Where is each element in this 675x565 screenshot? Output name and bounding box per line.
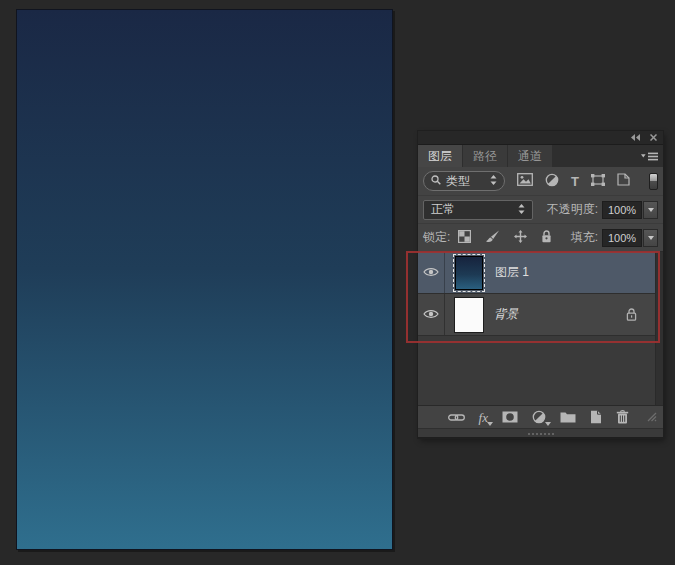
tab-channels[interactable]: 通道 [508,145,552,167]
layer-row-background[interactable]: 背景 [418,294,655,336]
chevron-down-icon [487,422,493,426]
panel-controls: 类型 T [418,167,663,251]
new-group-icon[interactable] [560,411,576,423]
visibility-toggle[interactable] [418,294,445,335]
type-layer-filter-icon[interactable]: T [571,174,579,189]
lock-position-icon[interactable] [514,230,527,246]
new-layer-icon[interactable] [590,410,602,424]
layer-locked-icon [626,308,637,321]
lock-icon-group [458,230,552,246]
opacity-value-field[interactable]: 100% [602,201,642,219]
filter-kind-select[interactable]: 类型 [423,171,505,191]
visibility-toggle[interactable] [418,252,445,293]
add-layer-mask-icon[interactable] [502,411,518,423]
select-updown-icon [518,203,525,217]
lock-row: 锁定: 填充: 100% [418,223,663,251]
chevron-down-icon [648,208,654,212]
drag-grip-icon [528,433,554,435]
eye-icon [423,266,439,280]
layer-row-layer1[interactable]: 图层 1 [418,252,655,294]
layers-list: 图层 1 背景 [418,251,663,405]
panel-menu-icon[interactable] [636,145,663,167]
blend-mode-select[interactable]: 正常 [423,200,533,220]
layer-thumbnail-selection [453,254,485,292]
tab-paths[interactable]: 路径 [463,145,507,167]
filter-kind-label: 类型 [446,173,470,190]
filter-row: 类型 T [418,167,663,195]
panel-resize-grip-icon[interactable] [647,412,657,422]
blend-mode-value: 正常 [431,201,455,218]
document-canvas[interactable] [16,9,393,550]
panel-resize-bar[interactable] [418,428,663,438]
link-layers-icon[interactable] [448,413,465,422]
new-adjustment-layer-icon[interactable] [532,410,546,424]
panel-bottom-toolbar: fx [418,405,663,428]
shape-layer-filter-icon[interactable] [591,174,605,189]
filter-toggle-switch[interactable] [649,173,658,190]
pixel-layer-filter-icon[interactable] [517,173,533,189]
lock-all-icon[interactable] [541,230,552,246]
panel-header [418,131,663,145]
photoshop-workspace: 图层 路径 通道 类型 [0,0,675,565]
lock-image-pixels-icon[interactable] [485,230,500,246]
filter-icon-group: T [517,173,630,190]
opacity-dropdown-button[interactable] [643,201,658,219]
fill-label: 填充: [571,229,598,246]
eye-icon [423,308,439,322]
layer-name[interactable]: 背景 [494,306,518,323]
tab-layers[interactable]: 图层 [418,145,462,167]
layer-name[interactable]: 图层 1 [495,264,529,281]
close-panel-icon[interactable] [650,134,657,141]
opacity-label: 不透明度: [547,201,598,218]
layer1-thumbnail[interactable] [455,256,483,290]
lock-transparent-pixels-icon[interactable] [458,230,471,246]
fill-dropdown-button[interactable] [643,229,658,247]
layer-style-fx-icon[interactable]: fx [479,411,488,424]
select-updown-icon [490,174,497,188]
fill-value-field[interactable]: 100% [602,229,642,247]
collapse-panel-icon[interactable] [631,134,641,141]
smart-object-filter-icon[interactable] [617,173,630,189]
chevron-down-icon [648,236,654,240]
search-icon [431,174,441,188]
panel-tab-bar: 图层 路径 通道 [418,145,663,167]
layers-scrollbar[interactable] [655,252,663,405]
adjustment-layer-filter-icon[interactable] [545,173,559,190]
lock-label: 锁定: [423,229,450,246]
layers-panel: 图层 路径 通道 类型 [418,131,663,438]
delete-layer-trash-icon[interactable] [616,410,629,424]
background-thumbnail[interactable] [454,297,484,333]
blend-row: 正常 不透明度: 100% [418,195,663,223]
chevron-down-icon [545,422,551,426]
